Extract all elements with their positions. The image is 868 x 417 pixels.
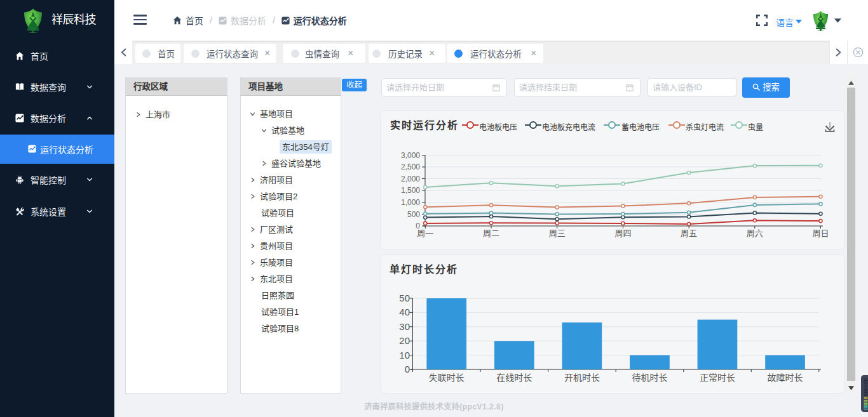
svg-text:20: 20 xyxy=(399,335,410,346)
svg-text:在线时长: 在线时长 xyxy=(496,373,532,383)
svg-text:周二: 周二 xyxy=(483,228,499,238)
svg-text:周四: 周四 xyxy=(614,228,631,238)
svg-text:周三: 周三 xyxy=(549,228,566,238)
svg-text:10: 10 xyxy=(399,350,410,361)
svg-text:周五: 周五 xyxy=(681,228,697,238)
svg-text:周日: 周日 xyxy=(812,228,829,238)
svg-text:0: 0 xyxy=(405,364,410,374)
svg-text:开机时长: 开机时长 xyxy=(564,373,600,383)
svg-text:待机时长: 待机时长 xyxy=(632,373,667,383)
svg-text:1,000: 1,000 xyxy=(401,198,420,207)
svg-text:周一: 周一 xyxy=(417,228,433,238)
svg-text:1,500: 1,500 xyxy=(401,186,420,195)
svg-text:500: 500 xyxy=(407,210,420,219)
svg-text:30: 30 xyxy=(399,321,410,332)
svg-text:40: 40 xyxy=(399,307,410,317)
svg-text:50: 50 xyxy=(399,293,410,303)
svg-text:3,000: 3,000 xyxy=(401,151,420,160)
svg-text:失联时长: 失联时长 xyxy=(429,373,465,383)
svg-text:正常时长: 正常时长 xyxy=(700,373,735,383)
svg-text:故障时长: 故障时长 xyxy=(768,373,803,383)
svg-text:2,000: 2,000 xyxy=(401,175,420,183)
svg-text:周六: 周六 xyxy=(747,228,763,238)
svg-text:2,500: 2,500 xyxy=(401,162,420,171)
